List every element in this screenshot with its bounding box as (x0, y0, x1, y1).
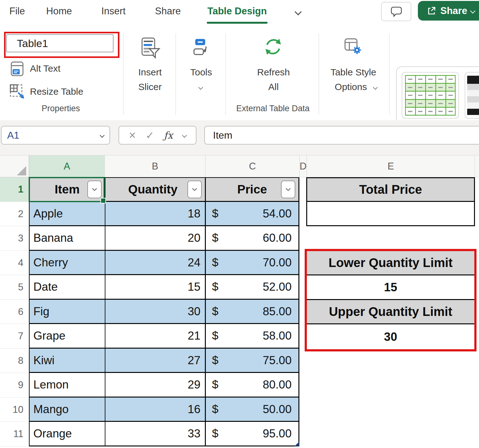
menu-insert[interactable]: Insert (101, 6, 126, 17)
cell-item[interactable]: Mango (30, 398, 105, 421)
formula-input[interactable]: Item (204, 126, 479, 145)
cancel-icon[interactable]: × (129, 129, 136, 142)
lower-quantity-limit-label-cell[interactable]: Lower Quantity Limit (307, 251, 474, 275)
select-all-corner[interactable] (0, 155, 29, 177)
cell-item[interactable]: Fig (30, 300, 105, 323)
row-header-10[interactable]: 10 (0, 398, 29, 422)
tools-dropdown-chevron-icon[interactable] (198, 85, 203, 90)
table-row[interactable]: Apple 18 $54.00 (29, 202, 299, 226)
menu-table-design[interactable]: Table Design (207, 6, 267, 17)
table-row[interactable]: Orange 33 $95.00 (29, 422, 299, 446)
table-resize-handle[interactable] (294, 441, 299, 446)
row-header-1[interactable]: 1 (0, 177, 29, 202)
cell-price[interactable]: $80.00 (205, 373, 298, 397)
table-row[interactable]: Lemon 29 $80.00 (29, 373, 299, 398)
total-price-value-cell[interactable] (306, 202, 475, 226)
name-box[interactable]: A1 (1, 126, 110, 145)
cell-quantity[interactable]: 16 (105, 398, 205, 421)
table-style-green-thumbnail[interactable] (402, 72, 459, 119)
upper-quantity-limit-value-cell[interactable]: 30 (307, 324, 474, 349)
cell-item[interactable]: Orange (30, 422, 105, 446)
table-row[interactable]: Banana 20 $60.00 (29, 226, 299, 251)
lower-quantity-limit-value-cell[interactable]: 15 (307, 275, 474, 300)
cell-price[interactable]: $50.00 (205, 398, 298, 421)
row-header-7[interactable]: 7 (0, 324, 29, 349)
table-row[interactable]: Cherry 24 $70.00 (29, 251, 299, 275)
upper-quantity-limit-label-cell[interactable]: Upper Quantity Limit (307, 300, 474, 324)
menu-file[interactable]: File (9, 6, 25, 17)
insert-function-icon[interactable]: ƒx (164, 130, 173, 141)
cell-a1[interactable]: Item (30, 178, 105, 201)
table-row[interactable]: Date 15 $52.00 (29, 275, 299, 300)
insert-slicer-button-line2[interactable]: Slicer (126, 82, 174, 92)
insert-slicer-button[interactable]: Insert (126, 67, 174, 78)
row-header-4[interactable]: 4 (0, 251, 29, 275)
cell-price[interactable]: $70.00 (205, 251, 298, 274)
item-filter-button[interactable] (87, 181, 102, 198)
price-filter-button[interactable] (281, 181, 295, 198)
cell-item[interactable]: Apple (30, 202, 105, 225)
cell-item[interactable]: Date (30, 275, 105, 299)
row-header-11[interactable]: 11 (0, 422, 29, 446)
cell-quantity[interactable]: 29 (105, 373, 205, 397)
price-amount: 70.00 (263, 256, 298, 269)
enter-icon[interactable]: ✓ (146, 129, 154, 141)
total-price-header-cell[interactable]: Total Price (306, 177, 475, 202)
cell-price[interactable]: $75.00 (205, 349, 298, 372)
column-header-a[interactable]: A (29, 155, 104, 177)
name-box-chevron-icon[interactable] (100, 133, 105, 138)
cell-quantity[interactable]: 33 (105, 422, 205, 446)
table-row[interactable]: Grape 21 $58.00 (29, 324, 299, 349)
cell-price[interactable]: $52.00 (205, 275, 298, 299)
menu-share[interactable]: Share (155, 6, 181, 17)
row-header-6[interactable]: 6 (0, 300, 29, 324)
comments-button[interactable] (381, 2, 411, 21)
ribbon-collapse-chevron-icon[interactable] (295, 8, 302, 16)
cell-c1[interactable]: Price (205, 178, 298, 201)
row-header-5[interactable]: 5 (0, 275, 29, 300)
row-header-8[interactable]: 8 (0, 349, 29, 373)
tools-button[interactable]: Tools (186, 67, 217, 78)
row-header-9[interactable]: 9 (0, 373, 29, 398)
column-header-b[interactable]: B (104, 155, 205, 177)
table-name-input[interactable]: Table1 (6, 34, 114, 52)
share-button[interactable]: Share (418, 1, 479, 21)
table-row[interactable]: Fig 30 $85.00 (29, 300, 299, 324)
row-header-2[interactable]: 2 (0, 202, 29, 226)
cell-quantity[interactable]: 30 (105, 300, 205, 323)
cell-price[interactable]: $54.00 (205, 202, 298, 225)
refresh-all-button-line2[interactable]: All (248, 82, 299, 92)
cell-b1[interactable]: Quantity (105, 178, 205, 201)
cell-item[interactable]: Lemon (30, 373, 105, 397)
cell-price[interactable]: $85.00 (205, 300, 298, 323)
resize-table-button[interactable]: Resize Table (30, 86, 83, 97)
table-style-options-button-line2[interactable]: Options (324, 82, 377, 92)
table-row[interactable]: Mango 16 $50.00 (29, 398, 299, 422)
menu-home[interactable]: Home (46, 6, 72, 17)
cell-quantity[interactable]: 20 (105, 226, 205, 250)
table-style-options-button[interactable]: Table Style (324, 67, 382, 78)
quantity-filter-button[interactable] (187, 181, 202, 198)
row-header-3[interactable]: 3 (0, 226, 29, 251)
alt-text-button[interactable]: Alt Text (30, 63, 60, 74)
fx-chevron-icon[interactable] (182, 133, 187, 138)
table-row[interactable]: Kiwi 27 $75.00 (29, 349, 299, 373)
cell-quantity[interactable]: 21 (105, 324, 205, 348)
cell-quantity[interactable]: 15 (105, 275, 205, 299)
column-header-e[interactable]: E (307, 155, 475, 177)
cell-item[interactable]: Cherry (30, 251, 105, 274)
cell-quantity[interactable]: 27 (105, 349, 205, 372)
column-header-c[interactable]: C (205, 155, 299, 177)
cell-price[interactable]: $95.00 (205, 422, 298, 446)
cell-item[interactable]: Grape (30, 324, 105, 348)
cell-item[interactable]: Banana (30, 226, 105, 250)
cell-price[interactable]: $58.00 (205, 324, 298, 348)
cell-quantity[interactable]: 24 (105, 251, 205, 274)
cell-item[interactable]: Kiwi (30, 349, 105, 372)
currency-symbol: $ (206, 403, 219, 416)
table-style-dark-thumbnail[interactable] (465, 72, 479, 119)
column-header-d[interactable]: D (299, 155, 307, 177)
refresh-all-button[interactable]: Refresh (248, 67, 299, 78)
cell-price[interactable]: $60.00 (205, 226, 298, 250)
cell-quantity[interactable]: 18 (105, 202, 205, 225)
